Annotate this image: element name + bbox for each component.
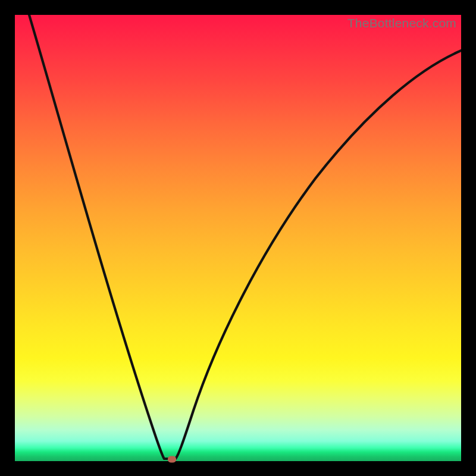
bottleneck-curve: [15, 15, 461, 461]
optimal-point-marker: [168, 456, 176, 463]
chart-plot-area: TheBottleneck.com: [15, 15, 461, 461]
watermark-text: TheBottleneck.com: [347, 16, 456, 30]
curve-path: [29, 15, 461, 459]
